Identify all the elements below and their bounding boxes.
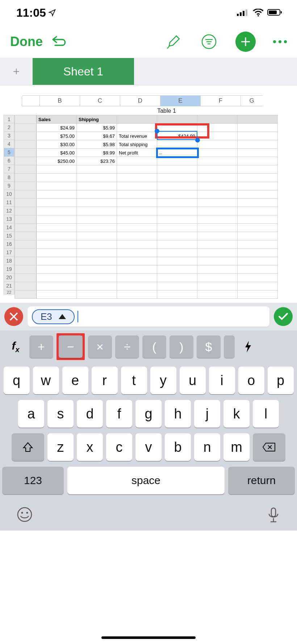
cell[interactable]: $30.00 — [37, 140, 77, 149]
key-y[interactable]: y — [150, 367, 176, 394]
op-paren-close[interactable]: ) — [170, 335, 193, 358]
formula-input[interactable]: E3 — [28, 306, 269, 327]
row-header[interactable]: 13 — [4, 215, 14, 223]
fx-button[interactable]: fx — [5, 340, 26, 354]
cell[interactable]: $23.76 — [77, 157, 117, 165]
row-header[interactable]: 15 — [4, 232, 14, 240]
space-key[interactable]: space — [67, 467, 225, 494]
key-e[interactable]: e — [62, 367, 88, 394]
cell[interactable]: $45.00 — [37, 149, 77, 157]
undo-button[interactable] — [50, 33, 68, 51]
emoji-button[interactable] — [17, 507, 33, 523]
op-multiply[interactable]: × — [88, 335, 112, 358]
row-header[interactable]: 16 — [4, 240, 14, 248]
shift-key[interactable] — [12, 433, 44, 461]
cancel-formula-button[interactable] — [4, 307, 23, 326]
cell[interactable]: $9.99 — [77, 149, 117, 157]
row-header[interactable]: 18 — [4, 257, 14, 265]
key-h[interactable]: h — [165, 400, 191, 428]
quick-formula-button[interactable] — [238, 340, 258, 353]
key-n[interactable]: n — [194, 433, 220, 461]
row-header[interactable]: 7 — [4, 165, 14, 173]
cell[interactable]: Net profit — [117, 149, 157, 157]
key-x[interactable]: x — [77, 433, 103, 461]
cell[interactable] — [117, 124, 157, 132]
filter-button[interactable] — [200, 33, 218, 51]
key-d[interactable]: d — [77, 400, 103, 428]
numbers-key[interactable]: 123 — [2, 467, 64, 494]
op-paren-open[interactable]: ( — [142, 335, 166, 358]
row-header[interactable]: 3 — [4, 132, 14, 140]
row-header[interactable]: 9 — [4, 182, 14, 190]
row-header[interactable]: 12 — [4, 207, 14, 215]
spreadsheet[interactable]: B C D E F G Table 1 1 2 3 4 5 6 7 8 9 10… — [0, 85, 297, 303]
row-header[interactable]: 14 — [4, 223, 14, 232]
cell-e5[interactable]: ... — [157, 149, 197, 157]
cell-reference-pill[interactable]: E3 — [32, 309, 75, 324]
return-key[interactable]: return — [228, 467, 295, 494]
row-header[interactable]: 2 — [4, 123, 14, 132]
cell[interactable] — [157, 140, 197, 149]
row-header[interactable]: 4 — [4, 140, 14, 148]
row-header[interactable]: 11 — [4, 198, 14, 207]
col-header-e[interactable]: E — [160, 95, 201, 106]
cell[interactable]: $75.00 — [37, 132, 77, 140]
cell-e3[interactable]: $424.99 — [157, 132, 197, 140]
key-a[interactable]: a — [18, 400, 44, 428]
cell[interactable]: $24.99 — [37, 124, 77, 132]
selection-handle[interactable] — [195, 138, 200, 143]
row-header[interactable]: 8 — [4, 173, 14, 182]
format-button[interactable] — [164, 33, 183, 51]
row-header[interactable]: 1 — [4, 115, 14, 123]
col-header-c[interactable]: C — [80, 95, 120, 106]
key-s[interactable]: s — [47, 400, 74, 428]
key-m[interactable]: m — [223, 433, 250, 461]
key-l[interactable]: l — [253, 400, 279, 428]
row-header[interactable]: 21 — [4, 282, 14, 290]
home-indicator[interactable] — [101, 636, 196, 639]
col-header-b[interactable]: B — [40, 95, 80, 106]
key-c[interactable]: c — [106, 433, 132, 461]
cell[interactable]: Total shipping — [117, 140, 157, 149]
key-v[interactable]: v — [135, 433, 162, 461]
row-header[interactable]: 5 — [4, 148, 14, 157]
key-g[interactable]: g — [135, 400, 162, 428]
header-cell[interactable]: Sales — [37, 115, 77, 124]
op-divide[interactable]: ÷ — [115, 335, 139, 358]
key-r[interactable]: r — [92, 367, 118, 394]
row-header[interactable]: 10 — [4, 190, 14, 198]
add-button[interactable] — [235, 32, 256, 52]
row-header[interactable]: 17 — [4, 248, 14, 257]
op-minus[interactable]: − — [59, 335, 83, 358]
row-header[interactable]: 6 — [4, 157, 14, 165]
grid[interactable]: SalesShipping $24.99$5.99 $75.00$9.67Tot… — [14, 115, 278, 299]
key-k[interactable]: k — [223, 400, 250, 428]
key-z[interactable]: z — [47, 433, 74, 461]
key-o[interactable]: o — [238, 367, 264, 394]
cell[interactable] — [157, 124, 197, 132]
col-header-d[interactable]: D — [120, 95, 160, 106]
op-dollar[interactable]: $ — [197, 335, 221, 358]
key-f[interactable]: f — [106, 400, 132, 428]
add-sheet-button[interactable]: + — [0, 58, 33, 85]
cell[interactable]: $5.99 — [77, 124, 117, 132]
done-button[interactable]: Done — [10, 34, 43, 49]
more-button[interactable] — [273, 40, 287, 43]
dictation-button[interactable] — [267, 507, 280, 524]
key-w[interactable]: w — [33, 367, 59, 394]
key-i[interactable]: i — [209, 367, 235, 394]
key-t[interactable]: t — [121, 367, 147, 394]
op-plus[interactable]: + — [29, 335, 53, 358]
cell[interactable]: $250.00 — [37, 157, 77, 165]
cell[interactable]: $5.98 — [77, 140, 117, 149]
corner-cell[interactable] — [22, 95, 40, 106]
key-j[interactable]: j — [194, 400, 220, 428]
cell[interactable]: Total revenue — [117, 132, 157, 140]
key-p[interactable]: p — [268, 367, 294, 394]
row-header[interactable]: 19 — [4, 265, 14, 273]
confirm-formula-button[interactable] — [274, 307, 293, 326]
backspace-key[interactable] — [253, 433, 285, 461]
key-u[interactable]: u — [180, 367, 206, 394]
selection-handle[interactable] — [155, 129, 159, 133]
op-extra[interactable] — [224, 335, 235, 358]
